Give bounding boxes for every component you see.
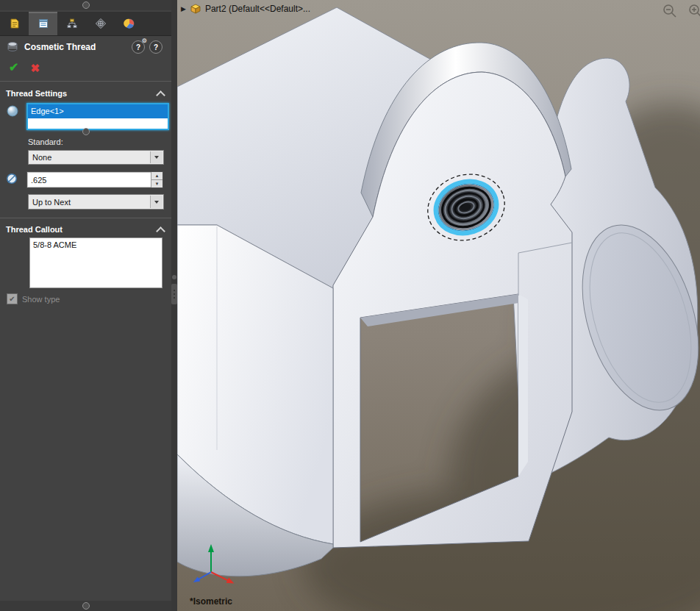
panel-top-drag-handle[interactable] (0, 0, 171, 10)
collapse-chevron-icon (156, 90, 165, 100)
thread-settings-group-header[interactable]: Thread Settings (0, 85, 171, 101)
featuremanager-icon (9, 18, 21, 29)
show-type-row: ✔ Show type (7, 293, 60, 304)
help-pin-icon[interactable]: ? ⚙ (132, 40, 145, 54)
pm-actions: ✔ ✖ (0, 59, 171, 76)
chevron-down-icon (154, 201, 159, 204)
thread-size-input[interactable] (27, 172, 151, 187)
divider (0, 81, 171, 82)
cancel-button[interactable]: ✖ (30, 62, 40, 74)
thread-callout-group-header[interactable]: Thread Callout (0, 221, 171, 237)
spinner: ▲ ▼ (151, 172, 162, 187)
end-condition-combo[interactable]: Up to Next (28, 194, 164, 210)
panel-splitter[interactable] (171, 0, 177, 611)
ok-button[interactable]: ✔ (9, 62, 18, 74)
breadcrumb-part-name[interactable]: Part2 (Default<<Default>... (205, 4, 310, 14)
splitter-knob-icon (172, 275, 176, 279)
dimxpertmanager-icon (95, 18, 107, 29)
tab-displaymanager[interactable] (115, 12, 143, 35)
combo-dropdown-button[interactable] (150, 196, 162, 208)
tab-propertymanager[interactable] (29, 12, 57, 35)
flyout-tree-arrow[interactable]: ▶ (181, 6, 186, 12)
resize-knob-icon (82, 128, 90, 135)
propertymanager-icon (38, 18, 49, 29)
thread-size-field: ▲ ▼ (26, 171, 163, 188)
manager-tab-bar (0, 12, 171, 36)
part-icon (190, 3, 201, 15)
cosmetic-thread-icon (6, 41, 19, 53)
show-type-checkbox[interactable]: ✔ (7, 293, 18, 304)
panel-bottom-drag-handle[interactable] (0, 601, 171, 611)
thread-callout-input[interactable]: 5/8-8 ACME (29, 237, 162, 288)
standard-label: Standard: (28, 137, 63, 146)
selected-edge-item[interactable]: Edge<1> (28, 104, 168, 118)
configurationmanager-icon (66, 18, 78, 29)
model-view[interactable] (177, 0, 700, 611)
graphics-viewport[interactable]: ▶ Part2 (Default<<Default>... *Isometric (177, 0, 700, 611)
breadcrumb[interactable]: ▶ Part2 (Default<<Default>... (181, 3, 310, 15)
standard-combo[interactable]: None (28, 150, 164, 165)
property-manager-panel: Cosmetic Thread ? ⚙ ? ✔ ✖ Thread Setting… (0, 0, 171, 611)
selection-box-resize-handle[interactable] (0, 128, 171, 135)
spin-up-button[interactable]: ▲ (151, 172, 162, 180)
solidworks-window: Cosmetic Thread ? ⚙ ? ✔ ✖ Thread Setting… (0, 0, 700, 611)
edge-selection-icon (6, 104, 19, 121)
doorway-inner-side (518, 294, 528, 476)
tab-featuremanager[interactable] (0, 12, 29, 35)
combo-dropdown-button[interactable] (150, 151, 162, 163)
displaymanager-icon (124, 18, 135, 29)
edge-selection-box[interactable]: Edge<1> (26, 103, 169, 130)
divider (0, 218, 171, 218)
thread-diameter-icon (5, 172, 18, 188)
panel-title: Cosmetic Thread (24, 42, 126, 52)
drag-knob-icon (82, 1, 90, 9)
gear-icon: ⚙ (142, 37, 147, 44)
show-type-label: Show type (22, 295, 60, 304)
tab-dimxpertmanager[interactable] (86, 12, 115, 35)
spin-down-button[interactable]: ▼ (151, 180, 162, 187)
view-orientation-label: *Isometric (190, 596, 232, 607)
feature-header: Cosmetic Thread ? ⚙ ? (0, 37, 171, 57)
help-icon[interactable]: ? (149, 40, 162, 54)
collapse-chevron-icon (156, 226, 165, 236)
chevron-down-icon (154, 156, 159, 159)
tab-configurationmanager[interactable] (57, 12, 86, 35)
help-icons: ? ⚙ ? (132, 40, 162, 54)
splitter-handle[interactable] (171, 284, 177, 304)
drag-knob-icon (82, 602, 90, 610)
